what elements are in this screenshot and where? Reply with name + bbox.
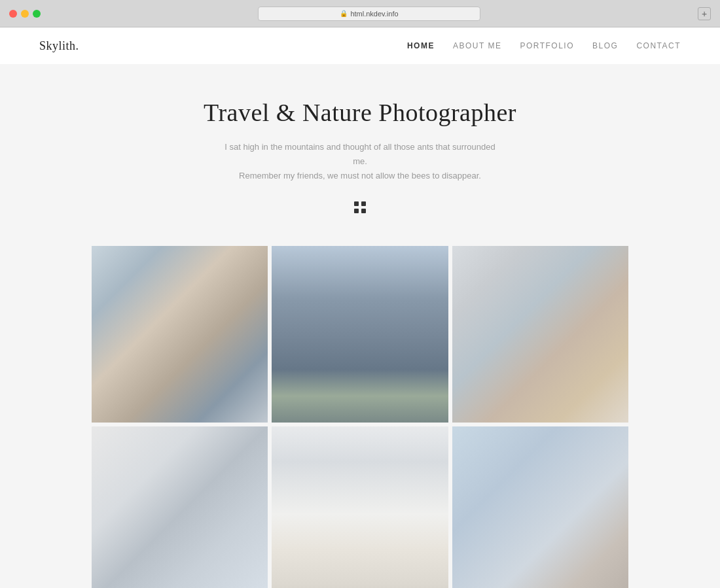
navbar: Skylith. HOME ABOUT ME PORTFOLIO BLOG CO… xyxy=(0,27,720,64)
hero-title: Travel & Nature Photographer xyxy=(13,98,707,127)
grid-dot-3 xyxy=(354,209,359,213)
new-tab-button[interactable]: + xyxy=(698,7,711,20)
gallery-image-woman-city xyxy=(452,426,628,588)
nav-contact[interactable]: CONTACT xyxy=(636,41,681,50)
close-button[interactable] xyxy=(9,10,17,18)
nav-blog[interactable]: BLOG xyxy=(592,41,618,50)
hero-subtitle: I sat high in the mountains and thought … xyxy=(223,140,497,183)
traffic-lights xyxy=(9,10,41,18)
lock-icon: 🔒 xyxy=(340,10,348,17)
gallery-image-city-woman xyxy=(92,246,268,422)
url-text: html.nkdev.info xyxy=(350,10,398,18)
gallery-grid xyxy=(92,246,628,588)
gallery-item-2[interactable] xyxy=(272,246,448,422)
grid-dot-2 xyxy=(361,201,366,206)
nav-portfolio[interactable]: PORTFOLIO xyxy=(520,41,574,50)
browser-chrome: 🔒 html.nkdev.info + xyxy=(0,0,720,27)
site-logo[interactable]: Skylith. xyxy=(39,39,79,53)
grid-dot-4 xyxy=(361,209,366,213)
grid-icon-container xyxy=(13,201,707,213)
gallery-item-3[interactable] xyxy=(452,246,628,422)
gallery-image-sail xyxy=(92,426,268,588)
hero-section: Travel & Nature Photographer I sat high … xyxy=(0,64,720,246)
address-bar: 🔒 html.nkdev.info xyxy=(47,7,691,21)
gallery-item-5[interactable] xyxy=(272,426,448,588)
grid-dot-1 xyxy=(354,201,359,206)
hero-subtitle-line2: Remember my friends, we must not allow t… xyxy=(239,171,481,181)
nav-home[interactable]: HOME xyxy=(407,41,435,50)
gallery-item-6[interactable] xyxy=(452,426,628,588)
nav-about[interactable]: ABOUT ME xyxy=(453,41,501,50)
url-input[interactable]: 🔒 html.nkdev.info xyxy=(258,7,480,21)
photo-gallery xyxy=(0,246,720,588)
gallery-image-pyramid xyxy=(272,426,448,588)
maximize-button[interactable] xyxy=(33,10,41,18)
grid-icon xyxy=(354,201,366,213)
gallery-item-1[interactable] xyxy=(92,246,268,422)
hero-subtitle-line1: I sat high in the mountains and thought … xyxy=(225,142,495,166)
nav-links: HOME ABOUT ME PORTFOLIO BLOG CONTACT xyxy=(407,41,681,50)
gallery-item-4[interactable] xyxy=(92,426,268,588)
website-content: Skylith. HOME ABOUT ME PORTFOLIO BLOG CO… xyxy=(0,27,720,588)
gallery-image-lighthouse xyxy=(272,246,448,422)
gallery-image-deer xyxy=(452,246,628,422)
minimize-button[interactable] xyxy=(21,10,29,18)
